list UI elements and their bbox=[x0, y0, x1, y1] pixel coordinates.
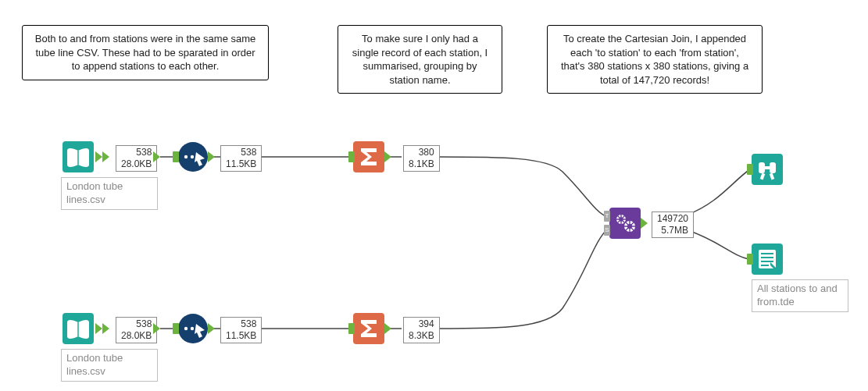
data-size: 11.5KB bbox=[226, 330, 256, 342]
stat-box: 149720 5.7MB bbox=[652, 211, 694, 238]
record-count: 538 bbox=[121, 318, 152, 330]
output-anchor-icon bbox=[95, 323, 102, 334]
data-size: 5.7MB bbox=[657, 225, 688, 236]
data-size: 28.0KB bbox=[121, 158, 152, 170]
data-size: 11.5KB bbox=[226, 158, 256, 170]
comment-text: Both to and from stations were in the sa… bbox=[35, 33, 256, 72]
input-anchor-icon bbox=[348, 323, 355, 334]
svg-rect-18 bbox=[764, 166, 770, 169]
stat-box: 538 28.0KB bbox=[116, 317, 157, 343]
input-anchor-icon bbox=[173, 151, 179, 162]
record-count: 149720 bbox=[657, 213, 688, 225]
output-anchor-icon bbox=[384, 323, 391, 334]
connector-arrow-icon bbox=[153, 151, 160, 162]
input-file-label: London tube lines.csv bbox=[61, 349, 158, 382]
svg-point-2 bbox=[184, 155, 188, 158]
comment-box-2: To make sure I only had a single record … bbox=[338, 25, 502, 94]
input-file-text: London tube lines.csv bbox=[66, 352, 123, 377]
output-file-text: All stations to and from.tde bbox=[757, 283, 838, 307]
stat-box: 538 11.5KB bbox=[220, 317, 262, 343]
summarize-tool[interactable] bbox=[353, 141, 384, 172]
summarize-tool[interactable] bbox=[353, 313, 384, 344]
record-count: 538 bbox=[121, 147, 152, 158]
comment-box-1: Both to and from stations were in the sa… bbox=[22, 25, 269, 80]
record-count: 538 bbox=[226, 147, 256, 158]
input-file-label: London tube lines.csv bbox=[61, 177, 158, 210]
output-anchor-icon bbox=[102, 323, 109, 334]
data-size: 8.1KB bbox=[409, 158, 434, 170]
select-tool[interactable] bbox=[177, 313, 209, 344]
input-anchor-t-icon: T bbox=[604, 211, 610, 222]
output-anchor-icon bbox=[384, 151, 391, 162]
input-anchor-s-icon: S bbox=[604, 225, 610, 236]
comment-text: To create the Cartesian Join, I appended… bbox=[561, 33, 748, 86]
comment-text: To make sure I only had a single record … bbox=[352, 33, 488, 86]
record-count: 394 bbox=[409, 318, 434, 330]
input-data-tool[interactable] bbox=[63, 141, 94, 172]
input-file-text: London tube lines.csv bbox=[66, 180, 123, 205]
svg-point-3 bbox=[191, 155, 194, 158]
record-count: 538 bbox=[226, 318, 256, 330]
stat-box: 538 11.5KB bbox=[220, 145, 262, 172]
data-size: 28.0KB bbox=[121, 330, 152, 342]
stat-box: 380 8.1KB bbox=[403, 145, 440, 172]
record-count: 380 bbox=[409, 147, 434, 158]
svg-point-7 bbox=[184, 327, 188, 330]
input-anchor-icon bbox=[348, 151, 355, 162]
output-anchor-icon bbox=[641, 218, 648, 229]
input-anchor-icon bbox=[747, 164, 753, 175]
output-anchor-icon bbox=[95, 151, 102, 162]
browse-tool[interactable] bbox=[752, 154, 783, 185]
svg-rect-17 bbox=[770, 162, 776, 173]
data-size: 8.3KB bbox=[409, 330, 434, 342]
comment-box-3: To create the Cartesian Join, I appended… bbox=[547, 25, 763, 94]
input-data-tool[interactable] bbox=[63, 313, 94, 344]
output-file-label: All stations to and from.tde bbox=[752, 279, 848, 312]
connector-arrow-icon bbox=[153, 323, 160, 334]
append-fields-tool[interactable] bbox=[609, 208, 641, 239]
svg-point-8 bbox=[191, 327, 194, 330]
output-anchor-icon bbox=[208, 323, 215, 334]
output-data-tool[interactable] bbox=[752, 243, 783, 275]
input-anchor-icon bbox=[173, 323, 179, 334]
select-tool[interactable] bbox=[177, 141, 209, 172]
output-anchor-icon bbox=[208, 151, 215, 162]
stat-box: 538 28.0KB bbox=[116, 145, 157, 172]
input-anchor-icon bbox=[747, 254, 753, 265]
svg-rect-16 bbox=[759, 162, 765, 173]
stat-box: 394 8.3KB bbox=[403, 317, 440, 343]
output-anchor-icon bbox=[102, 151, 109, 162]
